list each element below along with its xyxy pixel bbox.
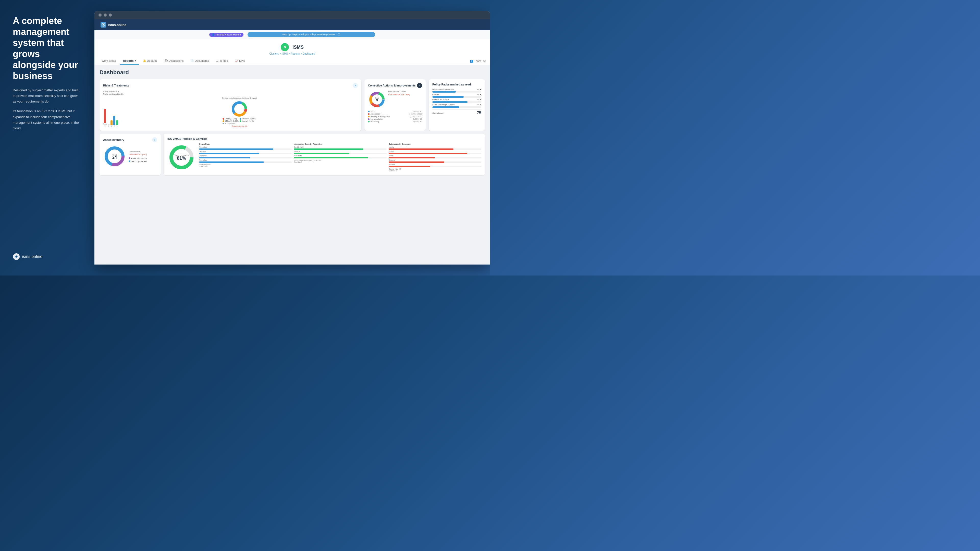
ca-row-todo: To-do 1 (11%) £0 xyxy=(368,110,422,112)
svg-text:24: 24 xyxy=(112,155,117,159)
iso-sections: Control type Preventive Detective Correc… xyxy=(199,143,481,171)
ca-card-title: Corrective Actions & Improvements ↗ xyxy=(368,83,422,88)
nav-right: 👥 Team ⚙ xyxy=(470,59,486,63)
svg-point-1 xyxy=(16,256,17,257)
dashboard-row-2: Asset Inventory ℹ Total 24 Total value xyxy=(100,134,485,175)
risks-donut-svg xyxy=(231,100,248,118)
traffic-light-red[interactable] xyxy=(99,14,102,17)
policy-card-title: Policy Packs marked as read xyxy=(432,83,481,86)
bar-group-0: 0 xyxy=(108,124,110,127)
para2: Its foundation is an ISO 27001 ISMS but … xyxy=(13,108,82,131)
browser-window: isms.online 👤 Assured Results Method Nex… xyxy=(94,11,490,265)
iso-content: Total progress 81% Control type Preventi… xyxy=(167,143,481,171)
nav-tabs: Work areas Reports ▾ 🔔 Updates 💬 Discuss… xyxy=(94,57,490,65)
review-overdue: Review overdue (4) xyxy=(232,125,247,127)
ca-total-area: Total 9 Total value £17,800 Total overdu… xyxy=(368,91,422,108)
next-step-bar[interactable]: Next Up: Step 3 – Adopt or adapt remaini… xyxy=(248,32,375,37)
asset-inventory-card: Asset Inventory ℹ Total 24 Total value xyxy=(100,134,161,175)
policy-rows: Development & Production 48 ★ Facilities… xyxy=(432,89,481,108)
progress-banner: 👤 Assured Results Method Next Up: Step 3… xyxy=(94,30,490,39)
risks-donut-legend: Monthly 1 (7%) Quarterly 8 (46%) 6 Month… xyxy=(223,118,257,124)
asset-right: Total value £0 Total overdue 1 (£10) To-… xyxy=(129,151,147,162)
bar-chart: Total 7 0 1 xyxy=(103,109,118,127)
dashboard-row-1: Risks & Treatments ↗ Risks tolerated: 4 … xyxy=(100,79,485,130)
tab-updates[interactable]: 🔔 Updates xyxy=(140,57,161,65)
app-name: isms.online xyxy=(108,23,127,27)
ca-donut-svg: Total 9 xyxy=(368,91,386,108)
iso-info-security: Information Security Properties Confiden… xyxy=(294,143,387,171)
corrective-actions-card: Corrective Actions & Improvements ↗ Tota… xyxy=(364,79,426,130)
tab-work-areas[interactable]: Work areas xyxy=(99,57,119,65)
settings-icon[interactable]: ⚙ xyxy=(483,59,486,63)
app-logo-icon xyxy=(100,22,106,27)
iso-donut-svg: Total progress 81% xyxy=(167,143,196,171)
bar-total xyxy=(104,109,106,123)
asset-donut-svg: Total 24 xyxy=(103,145,126,168)
team-label[interactable]: 👥 Team xyxy=(470,59,481,63)
asset-legend: To-do 7 (30%) £0 Live 17 (70%) £0 xyxy=(129,157,147,162)
ca-row-implementation: Implementation 2 (22%) £0 xyxy=(368,118,422,120)
page-title: Dashboard xyxy=(100,69,485,76)
tab-discussions[interactable]: 💬 Discussions xyxy=(162,57,187,65)
bottom-logo-text: isms.online xyxy=(22,254,42,259)
bar-group-2: 2 xyxy=(113,116,115,127)
asset-content: Total 24 Total value £0 Total overdue 1 … xyxy=(103,145,157,168)
risks-expand-btn[interactable]: ↗ xyxy=(353,83,358,88)
iso-card: ISO 27001 Policies & Controls Total prog… xyxy=(164,134,485,175)
ca-row-awaiting: Awaiting Board Approval 2 (22%) £10,000 xyxy=(368,116,422,118)
ca-rows: To-do 1 (11%) £0 Assessment 2 (22%) £2,0… xyxy=(368,110,422,122)
bar-group-3: 1 xyxy=(116,121,118,127)
main-content: Dashboard Risks & Treatments ↗ Risks tol… xyxy=(94,65,490,265)
iso-donut: Total progress 81% xyxy=(167,143,196,171)
isms-name: ISMS xyxy=(293,44,304,50)
risks-donut-area: Review period based on likelihood & impa… xyxy=(121,97,358,127)
tab-reports[interactable]: Reports ▾ xyxy=(120,57,139,65)
asset-expand-btn[interactable]: ℹ xyxy=(152,137,157,142)
tab-todos[interactable]: ☰ To-dos xyxy=(213,57,231,65)
headline: A complete management system that grows … xyxy=(13,15,82,81)
iso-card-title: ISO 27001 Policies & Controls xyxy=(167,137,481,140)
ca-row-monitoring: Monitoring 2 (22%) £5 xyxy=(368,121,422,122)
svg-text:9: 9 xyxy=(376,98,378,102)
overall-read: Overall read 75 xyxy=(432,110,481,115)
asset-total-info: Total value £0 Total overdue 1 (£10) xyxy=(129,151,147,156)
policy-packs-card: Policy Packs marked as read Development … xyxy=(429,79,485,130)
risks-card-title: Risks & Treatments ↗ xyxy=(103,83,358,88)
browser-chrome xyxy=(94,11,490,19)
traffic-light-yellow[interactable] xyxy=(103,14,107,17)
risks-card: Risks & Treatments ↗ Risks tolerated: 4 … xyxy=(100,79,361,130)
asset-card-title: Asset Inventory ℹ xyxy=(103,137,157,142)
isms-title-area: ⚙ ISMS Clusters > ISMS > Reports > Dashb… xyxy=(94,39,490,57)
isms-icon: ⚙ xyxy=(281,43,289,51)
ca-row-assessment: Assessment 2 (22%) £2,000 xyxy=(368,113,422,115)
bar-group-1: 1 xyxy=(110,121,113,127)
policy-row-finance: Finance, HR & Legal 48 ★ xyxy=(432,99,481,103)
isms-logo-icon xyxy=(13,253,20,260)
risks-review-label: Review period based on likelihood & impa… xyxy=(222,97,257,99)
risks-stats: Risks tolerated: 4 Risks not tolerated: … xyxy=(103,91,358,95)
policy-row-devprod: Development & Production 48 ★ xyxy=(432,89,481,93)
tab-documents[interactable]: 📄 Documents xyxy=(188,57,212,65)
traffic-light-green[interactable] xyxy=(109,14,112,17)
bar-group-total: Total 7 xyxy=(103,109,107,127)
app-logo[interactable]: isms.online xyxy=(100,22,127,27)
ca-expand-btn[interactable]: ↗ xyxy=(417,83,422,88)
svg-text:81%: 81% xyxy=(177,156,186,161)
policy-row-facilities: Facilities 48 ★ xyxy=(432,94,481,98)
left-panel: A complete management system that grows … xyxy=(0,0,94,275)
policy-row-sales: Sales, Marketing & Success 48 ★ xyxy=(432,104,481,108)
risks-bar-chart: Total 7 0 1 xyxy=(103,109,118,127)
tab-kpis[interactable]: 📈 KPIs xyxy=(232,57,248,65)
ca-total-info: Total value £17,800 Total overdue 2 (£2,… xyxy=(388,91,410,96)
risks-content: Total 7 0 1 xyxy=(103,97,358,127)
assured-badge[interactable]: 👤 Assured Results Method xyxy=(209,33,243,37)
iso-cybersecurity: Cybersecurity Concepts Identify Protect … xyxy=(389,143,481,171)
breadcrumb: Clusters > ISMS > Reports > Dashboard xyxy=(100,52,484,55)
iso-control-type: Control type Preventive Detective Correc… xyxy=(199,143,292,171)
bottom-logo: isms.online xyxy=(13,253,82,260)
para1: Designed by subject matter experts and b… xyxy=(13,87,82,104)
app-header: isms.online xyxy=(94,19,490,30)
